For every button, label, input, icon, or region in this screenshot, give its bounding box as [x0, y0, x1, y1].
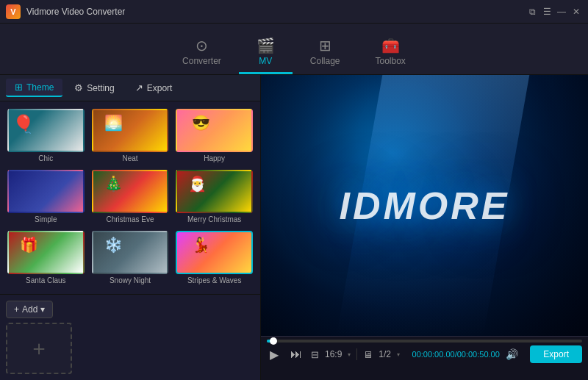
theme-happy-thumb	[176, 109, 253, 152]
time-current: 00:00:00.00	[412, 350, 455, 359]
add-arrow-icon: ▾	[40, 304, 45, 315]
main-content: ⊞ Theme ⚙ Setting ↗ Export Chic Neat	[0, 75, 588, 380]
add-clip-plus-icon: ＋	[29, 334, 49, 362]
tab-collage[interactable]: ⊞ Collage	[293, 32, 358, 74]
window-controls: ⧉ ☰ — ✕	[526, 6, 582, 18]
mv-icon: 🎬	[257, 38, 275, 53]
subtab-theme-label: Theme	[26, 82, 54, 93]
preview-background: IDMORE	[261, 75, 588, 336]
sub-tabs: ⊞ Theme ⚙ Setting ↗ Export	[0, 75, 260, 101]
export-button[interactable]: Export	[530, 345, 582, 363]
progress-bar-track[interactable]	[267, 340, 582, 343]
restore-button[interactable]: ⧉	[526, 6, 538, 18]
theme-santa-claus[interactable]: Santa Claus	[6, 229, 86, 286]
controls-row: ▶ ⏭ ⊟ 16:9 ▾ 🖥 1/2 ▾ 00:00:00.00/00:00:5…	[267, 345, 582, 363]
progress-bar-row	[267, 340, 582, 343]
add-plus-icon: +	[14, 304, 19, 315]
aspect-ratio-value: 16:9	[325, 349, 342, 359]
tab-toolbox-label: Toolbox	[376, 56, 406, 66]
theme-icon: ⊞	[15, 82, 23, 93]
export-button-label: Export	[543, 349, 569, 359]
tab-mv-label: MV	[259, 56, 272, 66]
play-icon: ▶	[270, 348, 279, 362]
progress-dot	[270, 337, 277, 345]
tab-collage-label: Collage	[310, 56, 340, 66]
theme-stripes-waves[interactable]: Stripes & Waves	[174, 229, 254, 286]
volume-icon[interactable]: 🔊	[506, 348, 518, 360]
tab-toolbox[interactable]: 🧰 Toolbox	[358, 32, 423, 74]
collage-icon: ⊞	[319, 38, 331, 53]
close-button[interactable]: ✕	[570, 6, 582, 18]
theme-chic-thumb	[7, 109, 85, 152]
theme-christmas-eve[interactable]: Christmas Eve	[90, 168, 171, 225]
add-button-label: Add	[22, 304, 37, 315]
theme-simple[interactable]: Simple	[6, 168, 86, 225]
converter-icon: ⊙	[196, 38, 208, 53]
theme-snowy-night-thumb	[92, 231, 169, 274]
theme-santa-claus-label: Santa Claus	[26, 276, 65, 284]
left-panel: ⊞ Theme ⚙ Setting ↗ Export Chic Neat	[0, 75, 261, 380]
title-bar: V Vidmore Video Converter ⧉ ☰ — ✕	[0, 0, 588, 24]
setting-icon: ⚙	[74, 82, 83, 93]
theme-stripes-waves-label: Stripes & Waves	[187, 276, 242, 284]
add-panel: + Add ▾ ＋	[0, 294, 260, 380]
preview-area: IDMORE	[261, 75, 588, 336]
theme-merry-christmas-label: Merry Christmas	[187, 215, 241, 223]
theme-christmas-eve-thumb	[92, 170, 169, 213]
player-controls: ▶ ⏭ ⊟ 16:9 ▾ 🖥 1/2 ▾ 00:00:00.00/00:00:5…	[261, 336, 588, 380]
preview-watermark: IDMORE	[340, 184, 510, 228]
next-button[interactable]: ⏭	[287, 346, 305, 362]
theme-snowy-night[interactable]: Snowy Night	[90, 229, 171, 286]
theme-simple-thumb	[7, 170, 85, 213]
nav-bar: ⊙ Converter 🎬 MV ⊞ Collage 🧰 Toolbox	[0, 24, 588, 75]
controls-divider	[356, 348, 357, 360]
theme-christmas-eve-label: Christmas Eve	[106, 215, 154, 223]
add-button[interactable]: + Add ▾	[6, 301, 53, 318]
subtab-theme[interactable]: ⊞ Theme	[6, 79, 62, 97]
aspect-ratio-icon: ⊟	[311, 349, 319, 360]
theme-chic-label: Chic	[38, 154, 53, 162]
theme-neat[interactable]: Neat	[90, 107, 171, 164]
subtab-setting[interactable]: ⚙ Setting	[65, 79, 123, 96]
theme-happy[interactable]: Happy	[174, 107, 254, 164]
export-tab-icon: ↗	[135, 82, 143, 93]
bottom-controls: ⊟ 16:9 ▾ 🖥 1/2 ▾	[311, 348, 400, 360]
subtab-export[interactable]: ↗ Export	[126, 79, 182, 96]
time-total: 00:00:50.00	[457, 350, 500, 359]
themes-grid: Chic Neat Happy Simple Christmas Eve Mer…	[0, 101, 260, 294]
theme-santa-claus-thumb	[7, 231, 85, 274]
theme-neat-thumb	[92, 109, 169, 152]
subtab-setting-label: Setting	[87, 83, 114, 93]
page-value: 1/2	[379, 349, 391, 359]
tab-converter[interactable]: ⊙ Converter	[165, 32, 239, 74]
subtab-export-label: Export	[147, 83, 173, 93]
tab-mv[interactable]: 🎬 MV	[239, 32, 293, 74]
menu-button[interactable]: ☰	[541, 6, 553, 18]
theme-chic[interactable]: Chic	[6, 107, 86, 164]
add-clip-area[interactable]: ＋	[6, 323, 72, 374]
aspect-ratio-dropdown-arrow[interactable]: ▾	[348, 351, 351, 358]
app-title: Vidmore Video Converter	[26, 7, 526, 17]
theme-snowy-night-label: Snowy Night	[110, 276, 151, 284]
time-display: 00:00:00.00/00:00:50.00	[412, 350, 500, 359]
theme-stripes-waves-thumb	[176, 231, 253, 274]
tab-converter-label: Converter	[182, 56, 221, 66]
monitor-icon: 🖥	[363, 349, 373, 360]
theme-happy-label: Happy	[204, 154, 225, 162]
toolbox-icon: 🧰	[381, 38, 400, 53]
theme-merry-christmas-thumb	[176, 170, 253, 213]
minimize-button[interactable]: —	[556, 6, 567, 18]
theme-merry-christmas[interactable]: Merry Christmas	[174, 168, 254, 225]
theme-neat-label: Neat	[122, 154, 137, 162]
theme-simple-label: Simple	[35, 215, 57, 223]
right-panel: IDMORE ▶ ⏭ ⊟ 16:9	[261, 75, 588, 380]
play-button[interactable]: ▶	[267, 346, 282, 363]
next-icon: ⏭	[290, 348, 302, 361]
page-dropdown-arrow[interactable]: ▾	[397, 351, 400, 358]
app-icon: V	[6, 4, 21, 19]
